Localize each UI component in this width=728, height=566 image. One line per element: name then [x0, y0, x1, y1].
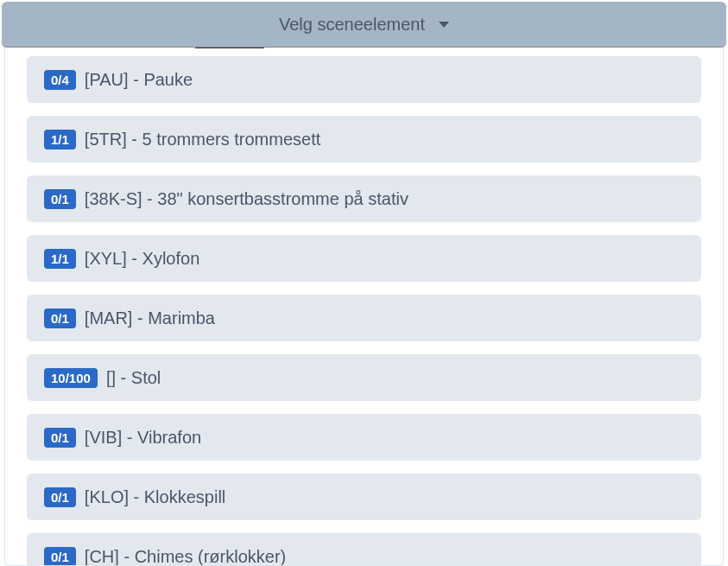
dropdown-label: Velg sceneelement — [279, 15, 425, 35]
list-item[interactable]: 0/1 [CH] - Chimes (rørklokker) — [27, 533, 701, 565]
chevron-down-icon — [439, 22, 449, 28]
list-item[interactable]: 1/1 [XYL] - Xylofon — [27, 235, 701, 282]
list-item[interactable]: 0/1 [KLO] - Klokkespill — [27, 474, 701, 520]
dropdown-header[interactable]: Velg sceneelement — [2, 2, 726, 48]
count-badge: 1/1 — [44, 130, 76, 149]
item-label: [PAU] - Pauke — [85, 70, 193, 90]
list-item[interactable]: 1/1 [5TR] - 5 trommers trommesett — [27, 116, 701, 162]
count-badge: 0/1 — [44, 487, 76, 507]
item-label: [38K-S] - 38" konsertbasstromme på stati… — [85, 189, 408, 209]
count-badge: 0/4 — [44, 70, 76, 90]
list-item[interactable]: 0/1 [MAR] - Marimba — [27, 295, 701, 341]
count-badge: 0/1 — [44, 308, 76, 328]
item-label: [CH] - Chimes (rørklokker) — [85, 547, 286, 566]
item-label: [VIB] - Vibrafon — [85, 428, 201, 448]
count-badge: 0/1 — [44, 189, 76, 209]
count-badge: 1/1 — [44, 249, 76, 269]
count-badge: 10/100 — [44, 368, 98, 388]
list-item[interactable]: 0/1 [38K-S] - 38" konsertbasstromme på s… — [27, 175, 701, 222]
item-label: [] - Stol — [106, 368, 161, 388]
item-label: [XYL] - Xylofon — [85, 249, 199, 269]
list-item[interactable]: 0/1 [VIB] - Vibrafon — [27, 414, 701, 461]
dropdown-panel: 0/4 [PAU] - Pauke 1/1 [5TR] - 5 trommers… — [4, 48, 724, 566]
list-item[interactable]: 10/100 [] - Stol — [27, 354, 701, 401]
item-label: [MAR] - Marimba — [85, 308, 215, 328]
count-badge: 0/1 — [44, 547, 76, 566]
item-label: [KLO] - Klokkespill — [85, 487, 225, 507]
item-label: [5TR] - 5 trommers trommesett — [85, 130, 320, 149]
list-item[interactable]: 0/4 [PAU] - Pauke — [27, 56, 701, 103]
count-badge: 0/1 — [44, 428, 76, 448]
list-container: 0/4 [PAU] - Pauke 1/1 [5TR] - 5 trommers… — [5, 48, 723, 565]
